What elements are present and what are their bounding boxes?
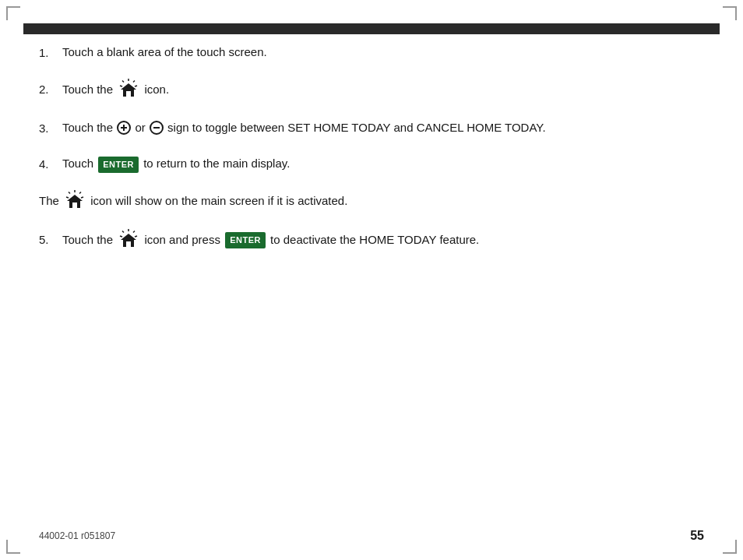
note-text-before: The	[39, 193, 59, 206]
step-4-number: 4.	[39, 154, 62, 174]
note-text-after: icon will show on the main screen if it …	[90, 193, 347, 206]
step-3-content: Touch the or sign to toggle between SET …	[62, 118, 704, 136]
corner-mark-tr	[723, 6, 737, 20]
svg-rect-13	[72, 203, 77, 208]
svg-line-9	[81, 197, 83, 198]
step-2: 2. Touch the icon.	[39, 79, 704, 101]
step-4-text-before: Touch	[62, 157, 93, 170]
note-home-sun-icon	[64, 189, 86, 211]
step-5-number: 5.	[39, 230, 62, 249]
svg-line-18	[120, 236, 122, 237]
step-3-connector: or	[135, 121, 145, 134]
enter-button-step5: ENTER	[225, 232, 266, 248]
home-sun-icon	[118, 78, 139, 100]
step-5-text-middle: icon and press	[144, 232, 220, 245]
footer-page-number: 55	[690, 529, 704, 543]
step-2-number: 2.	[39, 79, 62, 99]
svg-line-17	[122, 231, 124, 232]
step-2-content: Touch the icon.	[62, 79, 704, 101]
footer-left: 44002-01 r051807	[39, 530, 115, 541]
step-3-text-before: Touch the	[62, 121, 113, 134]
svg-line-2	[135, 86, 137, 86]
note-content: The icon will show on the main screen if…	[39, 191, 347, 213]
enter-button-step4: ENTER	[98, 157, 139, 173]
svg-line-11	[66, 197, 69, 198]
top-bar	[23, 23, 720, 34]
corner-mark-bl	[6, 540, 20, 554]
plus-circle-icon	[117, 121, 131, 135]
step-1-number: 1.	[39, 43, 62, 62]
corner-mark-br	[723, 540, 737, 554]
step-1-text: Touch a blank area of the touch screen.	[62, 43, 704, 61]
svg-line-1	[133, 80, 135, 82]
step-4-text-after: to return to the main display.	[143, 157, 290, 170]
step-2-text-before: Touch the	[62, 82, 113, 95]
step-4-content: Touch ENTER to return to the main displa…	[62, 154, 704, 173]
minus-circle-icon	[150, 121, 164, 135]
footer: 44002-01 r051807 55	[39, 529, 704, 543]
svg-line-16	[135, 236, 137, 237]
note-paragraph: The icon will show on the main screen if…	[39, 191, 704, 213]
svg-line-8	[79, 192, 81, 193]
step-1: 1. Touch a blank area of the touch scree…	[39, 43, 704, 62]
svg-line-3	[122, 80, 124, 82]
step-5: 5. Touch the icon and press ENTER to dea…	[39, 230, 704, 252]
step-3-number: 3.	[39, 118, 62, 138]
step5-home-sun-icon	[118, 228, 139, 250]
corner-mark-tl	[6, 6, 20, 20]
step-5-text-after: to deactivate the HOME TODAY feature.	[270, 232, 479, 245]
step-4: 4. Touch ENTER to return to the main dis…	[39, 154, 704, 174]
step-3: 3. Touch the or sign to toggle between S…	[39, 118, 704, 138]
svg-rect-6	[126, 91, 131, 97]
svg-line-10	[69, 192, 70, 193]
main-content: 1. Touch a blank area of the touch scree…	[39, 43, 704, 521]
step-2-text-after: icon.	[144, 82, 169, 95]
step-3-text-after: sign to toggle between SET HOME TODAY an…	[167, 121, 546, 134]
svg-line-4	[120, 86, 122, 86]
svg-line-15	[133, 231, 135, 232]
step-5-text-before: Touch the	[62, 232, 113, 245]
svg-rect-20	[126, 241, 131, 247]
step-5-content: Touch the icon and press ENTER to deacti…	[62, 230, 704, 252]
